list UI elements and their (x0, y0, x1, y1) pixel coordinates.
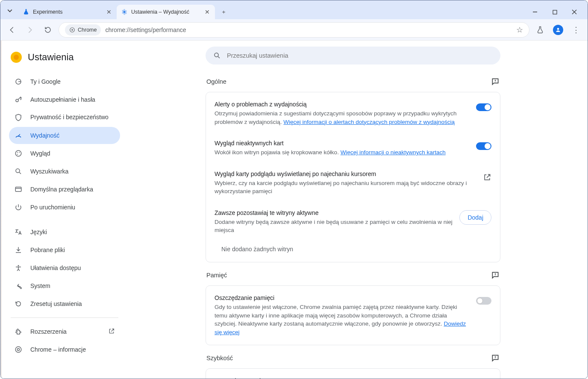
sidebar-item-label: Rozszerzenia (30, 328, 67, 335)
reload-button[interactable] (41, 23, 55, 37)
svg-rect-14 (15, 187, 21, 192)
sidebar-item-label: Pobrane pliki (30, 247, 65, 253)
brand-title: Ustawienia (28, 52, 74, 63)
sidebar-item-about[interactable]: Chrome – informacje (9, 341, 120, 358)
svg-point-5 (557, 28, 559, 30)
close-icon[interactable]: ✕ (106, 9, 112, 15)
forward-button[interactable] (23, 23, 37, 37)
translate-icon (14, 228, 23, 236)
power-icon (14, 203, 23, 212)
row-hover-preview[interactable]: Wygląd karty podglądu wyświetlanej po na… (206, 164, 500, 203)
toggle-inactive-tabs[interactable] (476, 142, 491, 150)
toolbar: Chrome chrome://settings/performance ☆ ⋮ (0, 19, 588, 41)
svg-point-16 (15, 347, 21, 353)
sidebar-item-accessibility[interactable]: Ułatwienia dostępu (9, 259, 120, 276)
browser-tab-experiments[interactable]: Experiments ✕ (18, 5, 117, 19)
minimize-button[interactable] (525, 5, 545, 19)
row-inactive-tabs: Wygląd nieaktywnych kart Wokół ikon witr… (206, 133, 500, 164)
svg-point-18 (215, 53, 218, 57)
labs-button[interactable] (533, 23, 547, 37)
feedback-icon[interactable] (491, 77, 500, 86)
empty-sites-note: Nie dodano żadnych witryn (206, 241, 500, 260)
close-icon[interactable]: ✕ (204, 9, 211, 15)
row-title: Wygląd karty podglądu wyświetlanej po na… (215, 170, 476, 177)
row-desc: Wokół ikon witryn pojawia się kropkowane… (215, 148, 469, 157)
sidebar-item-label: System (30, 282, 50, 289)
sidebar-item-reset[interactable]: Zresetuj ustawienia (9, 295, 120, 312)
site-chip[interactable]: Chrome (65, 24, 101, 35)
row-always-active: Zawsze pozostawiaj te witryny aktywne Do… (206, 203, 500, 241)
sidebar-item-startup[interactable]: Po uruchomieniu (9, 199, 120, 216)
sidebar-item-search-engine[interactable]: Wyszukiwarka (9, 163, 120, 180)
main-content[interactable]: Ogólne Alerty o problemach z wydajnością… (124, 41, 588, 379)
svg-point-9 (15, 150, 21, 156)
sidebar-item-label: Języki (30, 229, 47, 235)
open-external-icon[interactable] (483, 173, 491, 182)
svg-point-13 (16, 169, 20, 173)
sidebar-item-default-browser[interactable]: Domyślna przeglądarka (9, 181, 120, 198)
omnibox[interactable]: Chrome chrome://settings/performance ☆ (59, 22, 529, 38)
sidebar-item-label: Wydajność (30, 132, 59, 139)
card-memory: Oszczędzanie pamięci Gdy to ustawienie j… (206, 285, 500, 345)
sidebar-item-you-google[interactable]: Ty i Google (9, 73, 120, 90)
sidebar: Ustawienia Ty i Google Autouzupełnianie … (0, 41, 124, 379)
back-button[interactable] (5, 23, 19, 37)
section-title-general: Ogólne (206, 78, 226, 85)
learn-more-link[interactable]: Więcej informacji o nieaktywnych kartach (341, 149, 446, 156)
profile-button[interactable] (551, 23, 565, 37)
google-icon (14, 77, 23, 86)
svg-point-8 (18, 135, 19, 136)
omnibox-url: chrome://settings/performance (105, 26, 512, 33)
sidebar-item-appearance[interactable]: Wygląd (9, 145, 120, 162)
sidebar-item-system[interactable]: System (9, 277, 120, 294)
open-external-icon (108, 328, 115, 336)
settings-brand-icon (11, 52, 22, 63)
settings-search-input[interactable] (226, 52, 493, 59)
tab-title: Ustawienia – Wydajność (131, 9, 200, 15)
tab-search-button[interactable] (4, 5, 16, 17)
toggle-memory-saver[interactable] (476, 297, 491, 305)
feedback-icon[interactable] (491, 271, 500, 279)
speedometer-icon (14, 131, 23, 140)
card-general: Alerty o problemach z wydajnością Otrzym… (206, 92, 500, 262)
sidebar-item-performance[interactable]: Wydajność (9, 127, 120, 144)
sidebar-item-languages[interactable]: Języki (9, 223, 120, 241)
sidebar-item-downloads[interactable]: Pobrane pliki (9, 241, 120, 259)
feedback-icon[interactable] (491, 354, 500, 362)
sidebar-item-label: Domyślna przeglądarka (30, 186, 93, 193)
browser-tab-settings[interactable]: Ustawienia – Wydajność ✕ (117, 5, 215, 19)
sidebar-item-privacy[interactable]: Prywatność i bezpieczeństwo (9, 109, 120, 126)
brand: Ustawienia (9, 49, 120, 72)
sidebar-item-extensions[interactable]: Rozszerzenia (9, 323, 120, 340)
window-controls (525, 5, 584, 19)
close-window-button[interactable] (564, 5, 584, 19)
settings-search[interactable] (206, 47, 500, 65)
row-title: Alerty o problemach z wydajnością (215, 101, 469, 108)
sidebar-item-label: Chrome – informacje (30, 346, 86, 353)
svg-point-10 (17, 152, 18, 153)
learn-more-link[interactable]: Więcej informacji o alertach dotyczących… (283, 119, 455, 125)
tabstrip: Experiments ✕ Ustawienia – Wydajność ✕ ＋ (18, 5, 229, 19)
row-title: Zawsze pozostawiaj te witryny aktywne (215, 209, 453, 216)
sidebar-item-label: Wyszukiwarka (30, 168, 68, 175)
toggle-perf-alerts[interactable] (476, 103, 491, 111)
sidebar-item-label: Zresetuj ustawienia (30, 300, 82, 307)
sidebar-item-autofill[interactable]: Autouzupełnianie i hasła (9, 91, 120, 108)
section-title-speed: Szybkość (206, 355, 233, 361)
shield-icon (14, 113, 23, 122)
wrench-icon (14, 282, 23, 290)
row-memory-saver: Oszczędzanie pamięci Gdy to ustawienie j… (206, 288, 500, 343)
row-title: Oszczędzanie pamięci (215, 294, 469, 301)
row-desc: Otrzymuj powiadomienia z sugestiami doty… (215, 109, 469, 126)
svg-point-7 (16, 99, 18, 102)
key-icon (14, 95, 23, 104)
menu-button[interactable]: ⋮ (569, 23, 583, 37)
chip-label: Chrome (78, 27, 97, 33)
new-tab-button[interactable]: ＋ (218, 6, 229, 18)
star-icon[interactable]: ☆ (516, 25, 523, 35)
add-site-button[interactable]: Dodaj (459, 210, 491, 225)
sidebar-item-label: Ty i Google (30, 78, 61, 85)
maximize-button[interactable] (545, 5, 564, 19)
row-perf-alerts: Alerty o problemach z wydajnością Otrzym… (206, 94, 500, 133)
left-edge-strip (0, 41, 2, 379)
